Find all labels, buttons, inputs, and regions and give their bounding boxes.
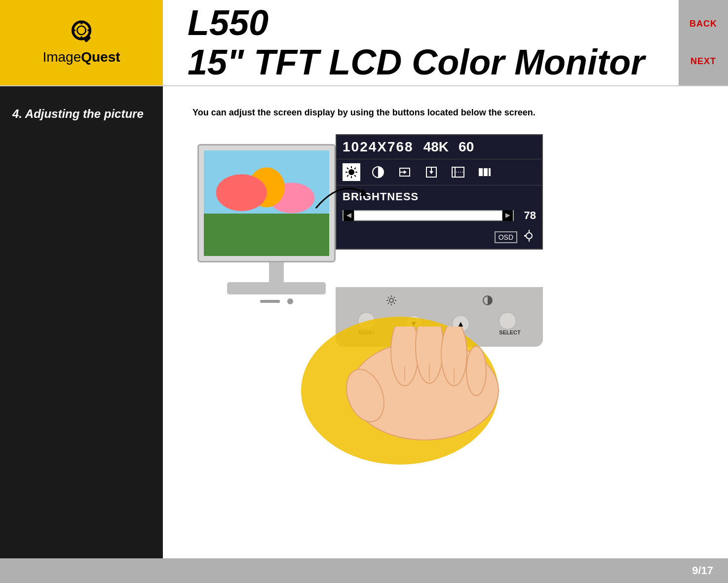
clock-icon	[478, 165, 492, 179]
osd-top-bar: 1024X768 48K 60	[337, 135, 542, 159]
osd-freq1: 48K	[423, 139, 449, 155]
svg-marker-23	[429, 171, 433, 174]
phase-icon	[451, 165, 465, 179]
svg-marker-31	[505, 213, 510, 218]
back-button[interactable]: BACK	[690, 19, 717, 29]
osd-bottom-row: OSD	[337, 226, 542, 249]
monitor-stand-neck	[269, 262, 284, 282]
svg-point-36	[389, 298, 393, 302]
logo-text: ImageQuest	[42, 49, 120, 65]
svg-rect-28	[484, 168, 488, 176]
osd-hposition-icon	[396, 163, 414, 181]
osd-slider-fill	[354, 211, 502, 220]
svg-point-1	[77, 26, 86, 35]
header-title-area: L550 15" TFT LCD Color Monitor BACK NEXT	[163, 0, 728, 85]
content-area: You can adjust the screen display by usi…	[163, 86, 728, 558]
ctrl-contrast-icon	[482, 294, 494, 306]
sidebar-section-title: 4. Adjusting the picture	[12, 106, 151, 121]
balloon-scene	[204, 150, 329, 256]
controls-icons-row	[343, 294, 536, 308]
osd-slider-right-icon	[502, 210, 513, 221]
ctrl-contrast-icon	[482, 294, 494, 308]
svg-line-43	[393, 297, 394, 298]
monitor-buttons-row	[197, 298, 355, 304]
arrow-right-icon	[504, 212, 511, 219]
hposition-icon	[398, 165, 412, 179]
header: ImageQuest L550 15" TFT LCD Color Monito…	[0, 0, 728, 86]
osd-contrast-icon	[369, 163, 387, 181]
osd-brightness-value: 78	[519, 209, 536, 222]
svg-rect-27	[479, 168, 483, 176]
nav-buttons: BACK NEXT	[679, 0, 728, 85]
hand-illustration	[336, 327, 513, 465]
svg-marker-20	[404, 170, 407, 174]
monitor-scene: 1024X768 48K 60	[192, 134, 563, 470]
osd-phase-icon	[449, 163, 467, 181]
svg-point-32	[526, 233, 532, 239]
logo-inner: ImageQuest	[42, 20, 120, 65]
monitor-screen	[204, 150, 329, 256]
hand-svg	[336, 327, 513, 465]
ctrl-brightness-icon	[385, 294, 397, 308]
svg-line-42	[393, 303, 394, 304]
svg-line-44	[387, 303, 388, 304]
next-button[interactable]: NEXT	[690, 56, 716, 67]
osd-resolution: 1024X768	[343, 139, 414, 155]
sidebar: 4. Adjusting the picture	[0, 86, 163, 558]
monitor-button-dot	[287, 298, 293, 304]
page-title: L550 15" TFT LCD Color Monitor	[188, 3, 728, 81]
vposition-icon	[424, 165, 438, 179]
svg-point-33	[524, 235, 526, 237]
main-content: 4. Adjusting the picture You can adjust …	[0, 86, 728, 558]
crosshair-icon	[522, 229, 536, 243]
footer: 9/17	[0, 558, 728, 583]
contrast-icon	[371, 165, 385, 179]
osd-adjust-icon	[522, 229, 536, 246]
imagequest-logo-icon	[64, 20, 99, 47]
ctrl-sun-icon	[385, 294, 397, 306]
osd-clock-icon	[476, 163, 494, 181]
osd-vposition-icon	[422, 163, 440, 181]
monitor-button-strip	[260, 300, 280, 303]
page-number: 9/17	[692, 564, 713, 577]
osd-button-label: OSD	[495, 231, 517, 243]
intro-paragraph: You can adjust the screen display by usi…	[192, 106, 538, 119]
svg-line-41	[387, 297, 388, 298]
svg-point-51	[466, 346, 486, 396]
osd-freq2: 60	[459, 139, 474, 155]
svg-rect-29	[489, 168, 491, 176]
logo-area: ImageQuest	[0, 0, 163, 85]
monitor-stand-base	[227, 282, 326, 294]
arrow-connector-svg	[311, 169, 370, 218]
